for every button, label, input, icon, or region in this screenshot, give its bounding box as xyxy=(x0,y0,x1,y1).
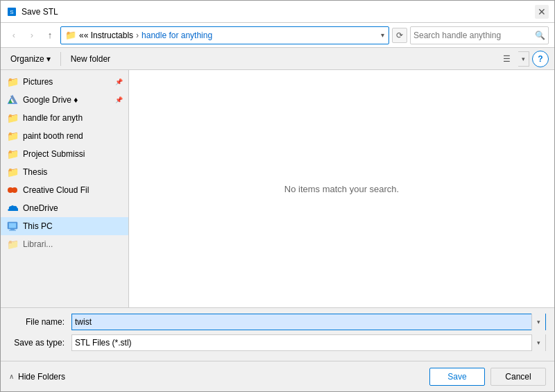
help-button[interactable]: ? xyxy=(532,51,549,67)
folder-icon: 📁 xyxy=(6,112,19,124)
view-button[interactable]: ☰ xyxy=(497,51,515,67)
filetype-row: Save as type: STL Files (*.stl) ▾ xyxy=(9,334,546,351)
breadcrumb-current: handle for anything xyxy=(142,31,212,40)
filetype-select[interactable]: STL Files (*.stl) xyxy=(72,335,531,350)
up-button[interactable]: ↑ xyxy=(42,28,58,43)
sidebar-item-label: Librari... xyxy=(23,239,53,249)
dialog-title: Save STL xyxy=(22,7,58,17)
footer: ∧ Hide Folders Save Cancel xyxy=(1,361,554,391)
folder-icon: 📁 xyxy=(6,238,19,250)
sidebar-item-pictures[interactable]: 📁 Pictures 📌 xyxy=(1,73,128,91)
hide-folders-label: Hide Folders xyxy=(18,372,65,382)
close-button[interactable]: ✕ xyxy=(535,5,549,19)
hide-folders-chevron: ∧ xyxy=(9,373,14,380)
pc-icon xyxy=(6,220,19,232)
main-content: 📁 Pictures 📌 Google Drive ♦ 📌 xyxy=(1,70,554,307)
filetype-dropdown-button[interactable]: ▾ xyxy=(531,334,545,351)
empty-message: No items match your search. xyxy=(284,184,399,194)
folder-icon: 📁 xyxy=(6,76,19,88)
onedrive-icon xyxy=(6,202,19,214)
filename-label: File name: xyxy=(9,317,71,327)
organize-label: Organize xyxy=(10,54,44,64)
file-area: No items match your search. xyxy=(129,70,554,307)
svg-point-7 xyxy=(12,187,17,193)
sidebar-item-paint-booth[interactable]: 📁 paint booth rend xyxy=(1,127,128,145)
svg-rect-9 xyxy=(9,223,16,228)
sidebar-item-google-drive[interactable]: Google Drive ♦ 📌 xyxy=(1,91,128,109)
filename-input[interactable] xyxy=(72,314,531,330)
organize-dropdown-icon: ▾ xyxy=(46,54,51,64)
save-dialog: S Save STL ✕ ‹ › ↑ 📁 «« Instructabls › h… xyxy=(0,0,555,392)
toolbar-right: ☰ ▾ ? xyxy=(497,51,549,67)
creative-cloud-icon xyxy=(6,184,19,196)
folder-icon: 📁 xyxy=(6,148,19,160)
sidebar: 📁 Pictures 📌 Google Drive ♦ 📌 xyxy=(1,70,129,307)
sidebar-item-creative-cloud[interactable]: Creative Cloud Fil xyxy=(1,181,128,199)
sidebar-item-project[interactable]: 📁 Project Submissi xyxy=(1,145,128,163)
dialog-icon: S xyxy=(6,6,17,17)
toolbar: Organize ▾ New folder ☰ ▾ ? xyxy=(1,48,554,70)
pin-icon: 📌 xyxy=(115,78,123,85)
sidebar-item-label: This PC xyxy=(23,221,53,231)
bottom-form: File name: ▾ Save as type: STL Files (*.… xyxy=(1,307,554,361)
svg-rect-11 xyxy=(9,230,16,231)
hide-folders-button[interactable]: ∧ Hide Folders xyxy=(9,372,65,382)
breadcrumb-folder-icon: 📁 xyxy=(65,30,76,40)
filetype-select-wrap: STL Files (*.stl) ▾ xyxy=(71,334,546,351)
filename-input-wrap: ▾ xyxy=(71,314,546,330)
filename-row: File name: ▾ xyxy=(9,314,546,330)
toolbar-separator xyxy=(60,52,61,66)
folder-icon: 📁 xyxy=(6,166,19,178)
sidebar-item-this-pc[interactable]: This PC xyxy=(1,217,128,235)
sidebar-item-label: Creative Cloud Fil xyxy=(23,185,89,195)
sidebar-item-label: handle for anyth xyxy=(23,113,83,123)
gdrive-icon xyxy=(6,94,19,106)
folder-icon: 📁 xyxy=(6,130,19,142)
svg-rect-10 xyxy=(10,229,15,230)
address-bar: ‹ › ↑ 📁 «« Instructabls › handle for any… xyxy=(1,23,554,48)
sidebar-item-label: OneDrive xyxy=(23,203,58,213)
refresh-button[interactable]: ⟳ xyxy=(392,28,407,43)
breadcrumb[interactable]: 📁 «« Instructabls › handle for anything … xyxy=(60,26,389,44)
new-folder-label: New folder xyxy=(71,54,110,64)
title-bar: S Save STL ✕ xyxy=(1,1,554,23)
search-input[interactable] xyxy=(413,31,532,40)
view-dropdown-button[interactable]: ▾ xyxy=(518,51,529,67)
sidebar-item-label: Google Drive ♦ xyxy=(23,95,78,105)
cancel-button[interactable]: Cancel xyxy=(490,368,546,386)
svg-text:S: S xyxy=(10,9,13,15)
filetype-label: Save as type: xyxy=(9,338,71,348)
forward-button[interactable]: › xyxy=(24,28,40,43)
footer-buttons: Save Cancel xyxy=(429,368,546,386)
sidebar-item-label: Project Submissi xyxy=(23,149,85,159)
sidebar-item-label: paint booth rend xyxy=(23,131,83,141)
organize-button[interactable]: Organize ▾ xyxy=(6,52,55,66)
search-box[interactable]: 🔍 xyxy=(410,26,549,44)
search-icon[interactable]: 🔍 xyxy=(535,31,545,40)
sidebar-item-label: Thesis xyxy=(23,167,47,177)
back-button[interactable]: ‹ xyxy=(6,28,22,43)
sidebar-item-label: Pictures xyxy=(23,77,53,87)
sidebar-item-libraries[interactable]: 📁 Librari... xyxy=(1,235,128,253)
new-folder-button[interactable]: New folder xyxy=(67,52,114,66)
filename-dropdown-button[interactable]: ▾ xyxy=(531,314,545,330)
breadcrumb-dropdown-icon[interactable]: ▾ xyxy=(381,31,384,39)
save-button[interactable]: Save xyxy=(429,368,485,386)
breadcrumb-prefix: «« Instructabls xyxy=(79,31,133,40)
pin-icon: 📌 xyxy=(115,96,123,103)
breadcrumb-separator: › xyxy=(136,31,139,40)
title-bar-left: S Save STL xyxy=(6,6,58,17)
sidebar-item-thesis[interactable]: 📁 Thesis xyxy=(1,163,128,181)
sidebar-item-handle[interactable]: 📁 handle for anyth xyxy=(1,109,128,127)
sidebar-item-onedrive[interactable]: OneDrive xyxy=(1,199,128,217)
